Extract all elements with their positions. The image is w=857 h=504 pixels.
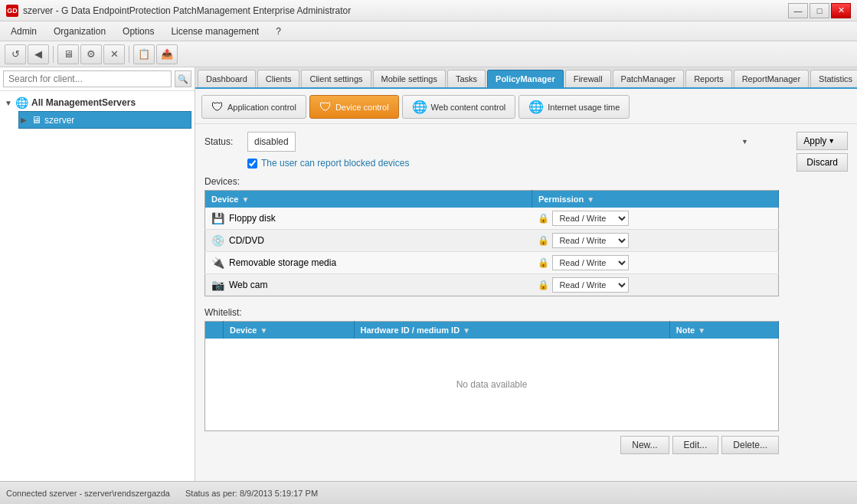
whitelist-table: Device ▼ Hardware ID / medium ID ▼ [204,321,779,431]
toolbar-sep1 [53,46,54,63]
toolbar-sep2 [129,46,129,63]
whitelist-note-filter-icon[interactable]: ▼ [698,326,705,335]
subtab-device-control[interactable]: 🛡 Device control [309,95,399,119]
webcam-icon: 📷 [211,279,224,291]
tab-clients[interactable]: Clients [257,70,300,87]
checkbox-row: The user can report blocked devices [204,158,848,169]
permission-filter-icon[interactable]: ▼ [587,195,594,204]
tab-patchmanager[interactable]: PatchManager [613,70,685,87]
policy-subtabs: 🛡 Application control 🛡 Device control 🌐… [195,89,857,124]
status-label: Status: [204,136,241,147]
table-row: 📷 Web cam 🔒 Read / Write Read only [205,274,779,296]
search-input[interactable] [3,70,172,87]
tab-firewall[interactable]: Firewall [565,70,611,87]
device-name-removable: Removable storage media [229,257,336,268]
right-panel: Dashboard Clients Client settings Mobile… [195,67,857,481]
minimize-button[interactable]: — [788,3,808,18]
tab-client-settings[interactable]: Client settings [301,70,371,87]
whitelist-device-label: Device [230,326,257,335]
whitelist-device-filter: Device ▼ [230,326,267,335]
permission-select-removable[interactable]: Read / Write Read only Blocked [552,255,629,270]
tab-bar: Dashboard Clients Client settings Mobile… [195,67,857,89]
tree-child-label: szerver [44,115,74,126]
content-wrapper: Apply ▼ Discard Status: disabled enabled [204,132,848,454]
new-button[interactable]: New... [620,436,669,454]
device-cell-cd: 💿 CD/DVD [205,230,532,252]
tab-dashboard[interactable]: Dashboard [198,70,256,87]
device-name-floppy: Floppy disk [229,213,276,224]
subtab-internet-label: Internet usage time [548,103,620,112]
maximize-button[interactable]: □ [810,3,829,18]
tree-root[interactable]: ▼ 🌐 All ManagementServers [3,94,191,111]
tree-item-szerver[interactable]: ▶ 🖥 szerver [18,111,191,129]
table-row: 🔌 Removable storage media 🔒 Read / Write [205,252,779,274]
toolbar-delete[interactable]: ✕ [103,44,125,64]
discard-button[interactable]: Discard [796,153,848,172]
whitelist-hwid-filter-icon[interactable]: ▼ [463,326,470,335]
statusbar: Connected szerver - szerver\rendszergazd… [0,481,857,504]
tab-mobile-settings[interactable]: Mobile settings [373,70,446,87]
no-data-cell: No data available [205,339,779,430]
toolbar-refresh[interactable]: ↺ [5,44,26,64]
menubar: Admin Organization Options License manag… [0,21,857,41]
whitelist-hwid-filter: Hardware ID / medium ID ▼ [361,326,471,335]
whitelist-note-label: Note [676,326,695,335]
device-col-header: Device ▼ [205,191,532,208]
device-control-icon: 🛡 [319,100,332,114]
menu-help[interactable]: ? [268,24,289,39]
menu-options[interactable]: Options [115,24,162,39]
toolbar-settings[interactable]: ⚙ [80,44,102,64]
whitelist-note-filter: Note ▼ [676,326,705,335]
titlebar-title: szerver - G Data EndpointProtection Patc… [23,5,351,16]
toolbar-export[interactable]: 📤 [156,44,178,64]
subtab-internet-usage[interactable]: 🌐 Internet usage time [518,95,630,119]
subtab-app-label: Application control [227,103,296,112]
permission-select-floppy[interactable]: Read / Write Read only Blocked [552,211,629,226]
tab-reports[interactable]: Reports [685,70,732,87]
window-controls: — □ ✕ [788,3,851,18]
floppy-icon: 💾 [211,212,224,224]
whitelist-device-filter-icon[interactable]: ▼ [260,326,267,335]
tree-expand-icon: ▼ [5,99,12,107]
tree-child-expand: ▶ [21,116,28,124]
tab-policymanager[interactable]: PolicyManager [487,70,564,87]
whitelist-check-col [205,322,224,339]
status-dropdown[interactable]: disabled enabled [247,132,296,152]
search-button[interactable]: 🔍 [175,70,191,87]
report-blocked-checkbox[interactable] [247,159,257,169]
tree-root-icon: 🌐 [15,97,28,109]
app-control-icon: 🛡 [211,100,224,114]
apply-dropdown-icon: ▼ [828,137,835,145]
device-col-label: Device [211,195,238,204]
cd-icon: 💿 [211,234,224,247]
permission-cell-webcam: 🔒 Read / Write Read only Blocked [532,274,778,296]
permission-cell-floppy: 🔒 Read / Write Read only Blocked [532,208,778,230]
subtab-web-control[interactable]: 🌐 Web content control [402,95,516,119]
status-dropdown-wrapper: disabled enabled [247,132,753,152]
close-button[interactable]: ✕ [831,3,851,18]
permission-select-webcam[interactable]: Read / Write Read only Blocked [552,277,629,293]
subtab-application-control[interactable]: 🛡 Application control [201,95,306,119]
status-time: Status as per: 8/9/2013 5:19:17 PM [185,489,318,498]
perm-icon-webcam: 🔒 [538,280,549,290]
device-name-webcam: Web cam [229,280,267,290]
menu-license[interactable]: License management [163,24,267,39]
tab-tasks[interactable]: Tasks [447,70,486,87]
permission-select-cd[interactable]: Read / Write Read only Blocked [552,233,629,248]
edit-button[interactable]: Edit... [672,436,719,454]
toolbar-clipboard[interactable]: 📋 [133,44,155,64]
toolbar-back[interactable]: ◀ [28,44,49,64]
devices-section-label: Devices: [204,176,848,187]
apply-button[interactable]: Apply ▼ [796,132,848,150]
tab-reportmanager[interactable]: ReportManager [734,70,809,87]
menu-organization[interactable]: Organization [46,24,113,39]
search-box: 🔍 [0,67,195,91]
menu-admin[interactable]: Admin [3,24,44,39]
web-control-icon: 🌐 [412,100,427,114]
subtab-web-label: Web content control [431,103,506,112]
device-filter-icon[interactable]: ▼ [241,195,249,204]
toolbar-computer[interactable]: 🖥 [57,44,79,64]
tab-statistics[interactable]: Statistics [810,70,857,87]
delete-button[interactable]: Delete... [721,436,779,454]
whitelist-note-col: Note ▼ [669,322,778,339]
